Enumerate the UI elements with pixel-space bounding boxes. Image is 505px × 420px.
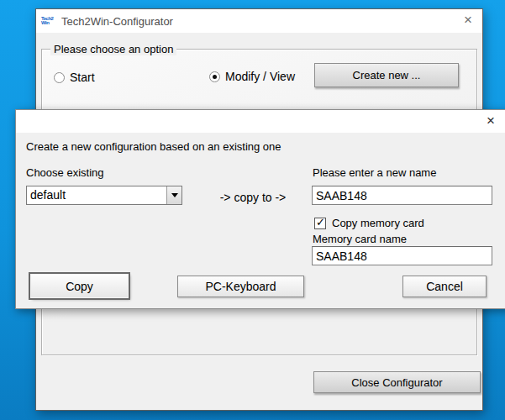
pc-keyboard-button[interactable]: PC-Keyboard <box>177 276 304 297</box>
combobox-value: default <box>27 186 166 204</box>
radio-start-circle[interactable] <box>54 72 65 83</box>
dialog-heading: Create a new configuration based on an e… <box>26 140 281 153</box>
copy-button[interactable]: Copy <box>30 274 129 298</box>
create-config-dialog: × Create a new configuration based on an… <box>15 109 505 309</box>
copy-memory-checkbox[interactable]: ✓ <box>314 218 326 229</box>
close-icon[interactable]: × <box>464 12 472 29</box>
radio-start-label: Start <box>70 71 95 84</box>
create-new-button[interactable]: Create new ... <box>314 63 459 87</box>
dialog-title-bar[interactable]: × <box>16 110 505 133</box>
radio-modify-view-circle[interactable] <box>209 71 220 82</box>
app-icon: Tech2 Win <box>41 14 56 28</box>
copy-to-text: -> copy to -> <box>203 191 303 204</box>
choose-existing-combobox[interactable]: default <box>26 186 182 205</box>
cancel-button[interactable]: Cancel <box>402 276 487 297</box>
options-groupbox-label: Please choose an option <box>50 43 176 55</box>
dialog-close-icon[interactable]: × <box>487 113 495 129</box>
window-title: Tech2Win-Configurator <box>61 15 173 28</box>
desktop: { "desktop": { "bg_top": "#14A1EB", "bg_… <box>0 0 505 420</box>
chevron-down-icon <box>171 193 178 197</box>
radio-start[interactable]: Start <box>54 71 95 84</box>
choose-existing-label: Choose existing <box>26 166 104 179</box>
title-bar[interactable]: Tech2 Win Tech2Win-Configurator × <box>36 9 482 33</box>
combobox-dropdown-button[interactable] <box>166 186 181 204</box>
radio-selected-dot <box>213 75 217 79</box>
app-icon-line2: Win <box>41 21 56 26</box>
copy-memory-label: Copy memory card <box>332 217 424 229</box>
memory-card-name-input[interactable] <box>312 246 492 265</box>
checkmark-icon: ✓ <box>316 216 325 228</box>
copy-memory-row[interactable]: ✓ Copy memory card <box>314 217 424 229</box>
radio-modify-view-label: Modify / View <box>225 70 295 83</box>
close-configurator-button[interactable]: Close Configurator <box>313 371 481 393</box>
memory-card-name-label: Memory card name <box>313 233 407 245</box>
new-name-input[interactable] <box>312 186 492 205</box>
new-name-label: Please enter a new name <box>313 166 436 179</box>
radio-modify-view[interactable]: Modify / View <box>209 70 295 83</box>
